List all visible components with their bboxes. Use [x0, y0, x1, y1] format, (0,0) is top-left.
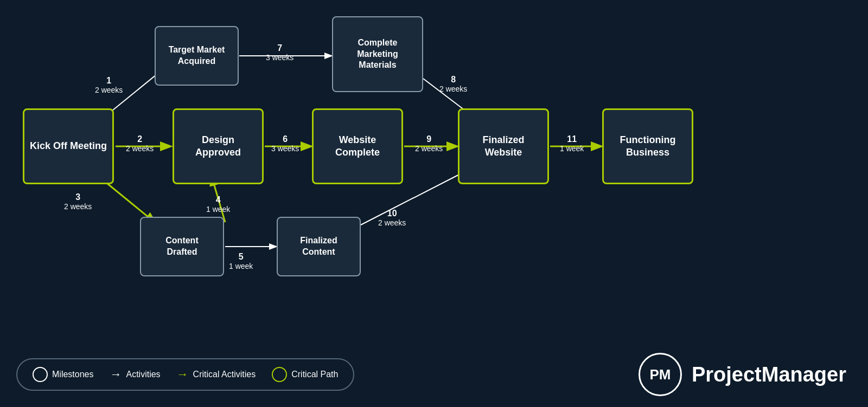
arrow-3-label: 3 2 weeks	[64, 192, 92, 211]
node-target-market[interactable]: Target MarketAcquired	[155, 26, 239, 86]
activities-arrow-icon: →	[110, 367, 122, 382]
brand-name: ProjectManager	[692, 363, 846, 386]
arrow-2-label: 2 2 weeks	[126, 134, 154, 153]
legend: Milestones → Activities → Critical Activ…	[16, 358, 354, 391]
arrow-10-label: 10 2 weeks	[378, 209, 406, 227]
critical-path-icon	[272, 367, 287, 382]
pm-logo: PM	[639, 353, 682, 396]
milestones-icon	[33, 367, 48, 382]
node-functioning-business[interactable]: FunctioningBusiness	[602, 108, 693, 184]
node-marketing-materials[interactable]: CompleteMarketingMaterials	[332, 16, 423, 92]
legend-critical-activities: → Critical Activities	[177, 367, 256, 382]
arrow-4-label: 4 1 week	[206, 195, 230, 214]
arrow-7-label: 7 3 weeks	[266, 43, 293, 62]
node-design[interactable]: DesignApproved	[173, 108, 264, 184]
node-finalized-website[interactable]: FinalizedWebsite	[458, 108, 549, 184]
arrow-9-label: 9 2 weeks	[415, 134, 443, 153]
node-finalized-content[interactable]: FinalizedContent	[277, 217, 361, 276]
node-content-drafted[interactable]: ContentDrafted	[140, 217, 224, 276]
arrow-1-label: 1 2 weeks	[95, 76, 123, 94]
arrow-6-label: 6 3 weeks	[271, 134, 299, 153]
node-website-complete[interactable]: WebsiteComplete	[312, 108, 403, 184]
arrow-8-label: 8 2 weeks	[439, 75, 467, 93]
legend-critical-path: Critical Path	[272, 367, 338, 382]
node-kickoff[interactable]: Kick Off Meeting	[23, 108, 114, 184]
arrow-11-label: 11 1 week	[560, 134, 584, 153]
legend-milestones: Milestones	[33, 367, 93, 382]
arrow-5-label: 5 1 week	[229, 252, 253, 270]
critical-activities-arrow-icon: →	[177, 367, 189, 382]
legend-activities: → Activities	[110, 367, 160, 382]
brand: PM ProjectManager	[639, 353, 846, 396]
